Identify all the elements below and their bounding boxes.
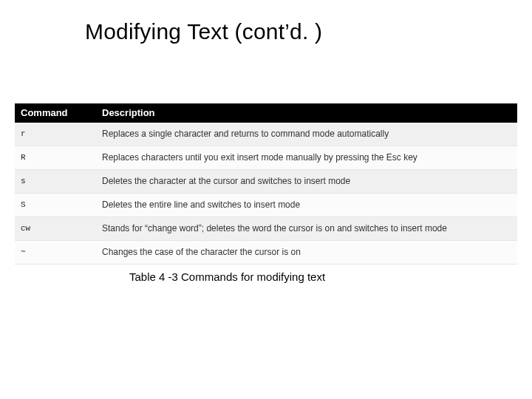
cell-description: Stands for “change word”; deletes the wo… (96, 217, 517, 241)
cell-description: Deletes the entire line and switches to … (96, 194, 517, 217)
col-header-description: Description (96, 103, 517, 123)
page-title: Modifying Text (cont’d. ) (85, 19, 532, 44)
cell-command: r (15, 123, 96, 146)
col-header-command: Command (15, 103, 96, 123)
table-row: r Replaces a single character and return… (15, 123, 517, 146)
cell-command: R (15, 146, 96, 170)
cell-command: ~ (15, 241, 96, 265)
table-row: R Replaces characters until you exit ins… (15, 146, 517, 170)
cell-description: Deletes the character at the cursor and … (96, 170, 517, 194)
table-row: S Deletes the entire line and switches t… (15, 194, 517, 217)
cell-description: Replaces characters until you exit inser… (96, 146, 517, 170)
cell-description: Changes the case of the character the cu… (96, 241, 517, 265)
cell-description: Replaces a single character and returns … (96, 123, 517, 146)
table-row: cw Stands for “change word”; deletes the… (15, 217, 517, 241)
table-row: ~ Changes the case of the character the … (15, 241, 517, 265)
commands-table: Command Description r Replaces a single … (15, 103, 517, 265)
table-caption: Table 4 -3 Commands for modifying text (129, 270, 517, 283)
table-row: s Deletes the character at the cursor an… (15, 170, 517, 194)
table-header-row: Command Description (15, 103, 517, 123)
cell-command: s (15, 170, 96, 194)
cell-command: S (15, 194, 96, 217)
cell-command: cw (15, 217, 96, 241)
commands-table-wrap: Command Description r Replaces a single … (15, 103, 517, 283)
slide: Modifying Text (cont’d. ) Command Descri… (0, 0, 532, 399)
